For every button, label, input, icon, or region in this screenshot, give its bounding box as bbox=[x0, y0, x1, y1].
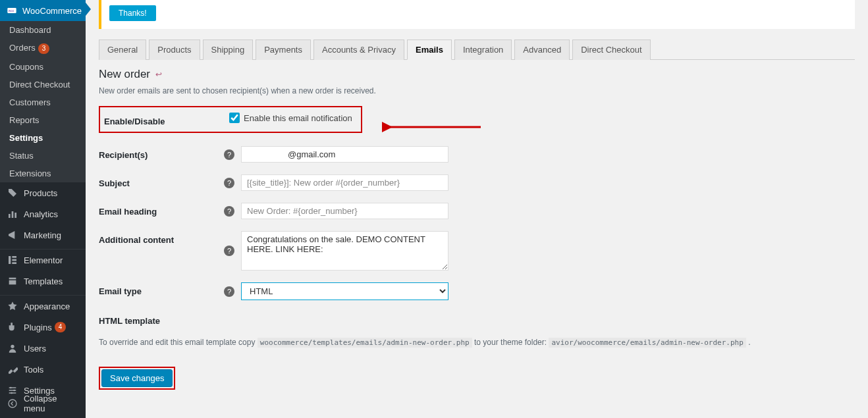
tab-accounts[interactable]: Accounts & Privacy bbox=[313, 39, 404, 60]
sidebar-label: Users bbox=[24, 344, 46, 353]
submenu-orders[interactable]: Orders3 bbox=[0, 39, 86, 58]
help-icon[interactable]: ? bbox=[224, 178, 234, 188]
email-type-select[interactable]: HTML bbox=[241, 282, 448, 300]
notice-banner: Thanks! bbox=[99, 0, 855, 29]
svg-rect-3 bbox=[12, 211, 14, 218]
template-description: To override and edit this email template… bbox=[99, 338, 855, 347]
svg-point-10 bbox=[10, 387, 12, 389]
tab-general[interactable]: General bbox=[99, 39, 146, 60]
help-icon[interactable]: ? bbox=[224, 246, 234, 256]
submenu-reports[interactable]: Reports bbox=[0, 111, 86, 129]
templates-icon bbox=[7, 275, 18, 287]
additional-label: Additional content bbox=[99, 231, 224, 245]
submenu-coupons[interactable]: Coupons bbox=[0, 58, 86, 76]
submenu-dashboard[interactable]: Dashboard bbox=[0, 21, 86, 39]
submenu-customers[interactable]: Customers bbox=[0, 93, 86, 111]
collapse-menu[interactable]: Collapse menu bbox=[0, 389, 86, 418]
main-content: Thanks! General Products Shipping Paymen… bbox=[86, 0, 868, 403]
tab-integration[interactable]: Integration bbox=[454, 39, 512, 60]
sidebar-item-marketing[interactable]: Marketing bbox=[0, 224, 86, 246]
sidebar-label: Analytics bbox=[24, 209, 58, 219]
submenu-status[interactable]: Status bbox=[0, 147, 86, 165]
submenu-settings[interactable]: Settings bbox=[0, 129, 86, 147]
tab-shipping[interactable]: Shipping bbox=[203, 39, 254, 60]
sidebar-label: Templates bbox=[24, 276, 63, 286]
tpl-post: . bbox=[748, 338, 750, 347]
sidebar-label: Marketing bbox=[24, 230, 61, 240]
sidebar-label: WooCommerce bbox=[22, 6, 82, 16]
subject-input[interactable] bbox=[241, 174, 448, 191]
save-highlight: Save changes bbox=[99, 367, 175, 390]
recipients-input[interactable] bbox=[241, 146, 448, 163]
heading-label: Email heading bbox=[99, 203, 224, 217]
woocommerce-icon: woo bbox=[7, 5, 17, 16]
page-title: New order ↪ bbox=[99, 68, 855, 81]
svg-rect-8 bbox=[12, 262, 16, 264]
annotation-arrow bbox=[382, 117, 487, 137]
tab-products[interactable]: Products bbox=[149, 39, 200, 60]
tpl-pre: To override and edit this email template… bbox=[99, 338, 258, 347]
sidebar-item-elementor[interactable]: Elementor bbox=[0, 249, 86, 271]
sidebar-label: Appearance bbox=[24, 301, 70, 311]
sidebar-item-users[interactable]: Users bbox=[0, 338, 86, 359]
sidebar-label: Elementor bbox=[24, 255, 63, 265]
sidebar-item-appearance[interactable]: Appearance bbox=[0, 296, 86, 317]
help-icon[interactable]: ? bbox=[224, 206, 234, 217]
orders-badge: 3 bbox=[38, 43, 50, 54]
svg-rect-7 bbox=[12, 259, 16, 261]
page-title-text: New order bbox=[99, 68, 150, 81]
save-button[interactable]: Save changes bbox=[101, 369, 173, 387]
thanks-button[interactable]: Thanks! bbox=[109, 5, 156, 21]
page-description: New order emails are sent to chosen reci… bbox=[99, 86, 855, 95]
sidebar-item-templates[interactable]: Templates bbox=[0, 271, 86, 292]
email-type-label: Email type bbox=[99, 282, 224, 296]
recipients-label: Recipient(s) bbox=[99, 146, 224, 160]
submenu-extensions[interactable]: Extensions bbox=[0, 165, 86, 182]
svg-rect-6 bbox=[12, 256, 16, 258]
help-icon[interactable]: ? bbox=[224, 149, 234, 160]
sidebar-item-tools[interactable]: Tools bbox=[0, 359, 86, 380]
additional-textarea[interactable]: Congratulations on the sale. DEMO CONTEN… bbox=[241, 231, 448, 271]
svg-text:woo: woo bbox=[9, 9, 14, 13]
users-icon bbox=[7, 342, 18, 354]
analytics-icon bbox=[7, 208, 18, 220]
enable-checkbox[interactable] bbox=[229, 113, 240, 123]
back-icon[interactable]: ↪ bbox=[155, 70, 162, 79]
sidebar-label: Plugins bbox=[24, 323, 52, 332]
sidebar-item-analytics[interactable]: Analytics bbox=[0, 203, 86, 224]
tpl-path2: avior/woocommerce/emails/admin-new-order… bbox=[549, 338, 746, 348]
sidebar-item-plugins[interactable]: Plugins 4 bbox=[0, 317, 86, 338]
sidebar-item-products[interactable]: Products bbox=[0, 182, 86, 203]
svg-point-13 bbox=[9, 400, 16, 407]
sidebar-label: Products bbox=[24, 188, 57, 198]
svg-point-9 bbox=[11, 345, 14, 348]
template-label: HTML template bbox=[99, 312, 224, 326]
collapse-icon bbox=[7, 398, 18, 409]
svg-rect-2 bbox=[9, 214, 11, 218]
plugins-badge: 4 bbox=[55, 322, 67, 332]
tab-advanced[interactable]: Advanced bbox=[514, 39, 570, 60]
appearance-icon bbox=[7, 300, 18, 312]
elementor-icon bbox=[7, 254, 18, 266]
admin-sidebar: woo WooCommerce Dashboard Orders3 Coupon… bbox=[0, 0, 86, 418]
tools-icon bbox=[7, 363, 18, 375]
enable-row-highlight: Enable/Disable Enable this email notific… bbox=[99, 106, 362, 133]
help-icon[interactable]: ? bbox=[224, 286, 234, 297]
tab-direct-checkout[interactable]: Direct Checkout bbox=[572, 39, 650, 60]
products-icon bbox=[7, 187, 18, 199]
settings-tabs: General Products Shipping Payments Accou… bbox=[99, 39, 855, 60]
sidebar-item-woocommerce[interactable]: woo WooCommerce bbox=[0, 0, 86, 21]
enable-checkbox-label: Enable this email notification bbox=[244, 113, 352, 123]
svg-rect-5 bbox=[9, 256, 11, 264]
svg-rect-4 bbox=[14, 213, 16, 218]
marketing-icon bbox=[7, 229, 18, 241]
woocommerce-submenu: Dashboard Orders3 Coupons Direct Checkou… bbox=[0, 21, 86, 182]
enable-label: Enable/Disable bbox=[104, 113, 229, 126]
subject-label: Subject bbox=[99, 174, 224, 188]
submenu-direct-checkout[interactable]: Direct Checkout bbox=[0, 76, 86, 93]
sidebar-label: Collapse menu bbox=[24, 394, 80, 413]
tab-emails[interactable]: Emails bbox=[407, 39, 452, 60]
submenu-orders-label: Orders bbox=[9, 43, 36, 53]
heading-input[interactable] bbox=[241, 203, 448, 219]
tab-payments[interactable]: Payments bbox=[256, 39, 311, 60]
